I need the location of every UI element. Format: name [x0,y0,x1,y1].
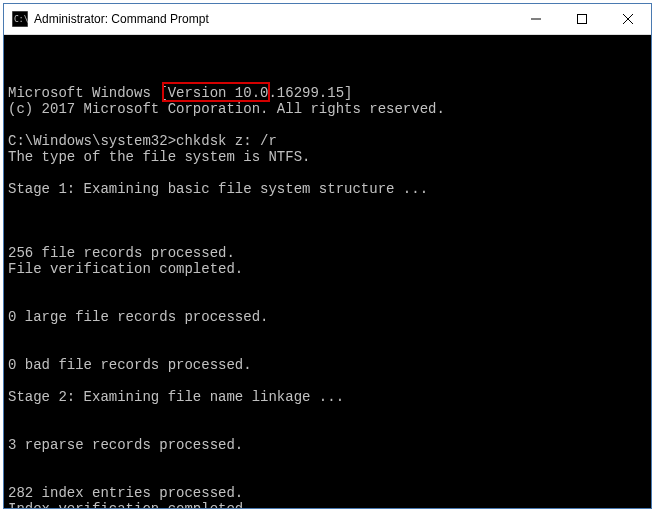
terminal-line: File verification completed. [8,261,647,277]
terminal-line: 282 index entries processed. [8,485,647,501]
terminal-line [8,453,647,469]
svg-text:C:\: C:\ [14,15,28,24]
terminal-line: Stage 2: Examining file name linkage ... [8,389,647,405]
terminal-output[interactable]: Microsoft Windows [Version 10.0.16299.15… [4,35,651,508]
terminal-line [8,341,647,357]
terminal-line [8,277,647,293]
terminal-line: 0 large file records processed. [8,309,647,325]
terminal-line [8,197,647,213]
terminal-line [8,213,647,229]
maximize-button[interactable] [559,4,605,34]
window-controls [513,4,651,34]
svg-rect-4 [578,15,587,24]
terminal-line: 0 bad file records processed. [8,357,647,373]
titlebar[interactable]: C:\ Administrator: Command Prompt [4,4,651,35]
window-title: Administrator: Command Prompt [34,12,513,26]
terminal-line [8,229,647,245]
terminal-line: 3 reparse records processed. [8,437,647,453]
minimize-button[interactable] [513,4,559,34]
command-prompt-window: C:\ Administrator: Command Prompt Micros… [3,3,652,509]
terminal-line [8,165,647,181]
terminal-line: Microsoft Windows [Version 10.0.16299.15… [8,85,647,101]
terminal-prompt-line: C:\Windows\system32>chkdsk z: /r [8,133,647,149]
terminal-line: Index verification completed. [8,501,647,508]
close-button[interactable] [605,4,651,34]
terminal-line [8,469,647,485]
terminal-line [8,421,647,437]
terminal-line [8,325,647,341]
terminal-line [8,373,647,389]
terminal-line: The type of the file system is NTFS. [8,149,647,165]
terminal-line [8,405,647,421]
terminal-line: (c) 2017 Microsoft Corporation. All righ… [8,101,647,117]
terminal-line [8,293,647,309]
cmd-app-icon: C:\ [12,11,28,27]
terminal-line [8,117,647,133]
terminal-line: 256 file records processed. [8,245,647,261]
terminal-line: Stage 1: Examining basic file system str… [8,181,647,197]
